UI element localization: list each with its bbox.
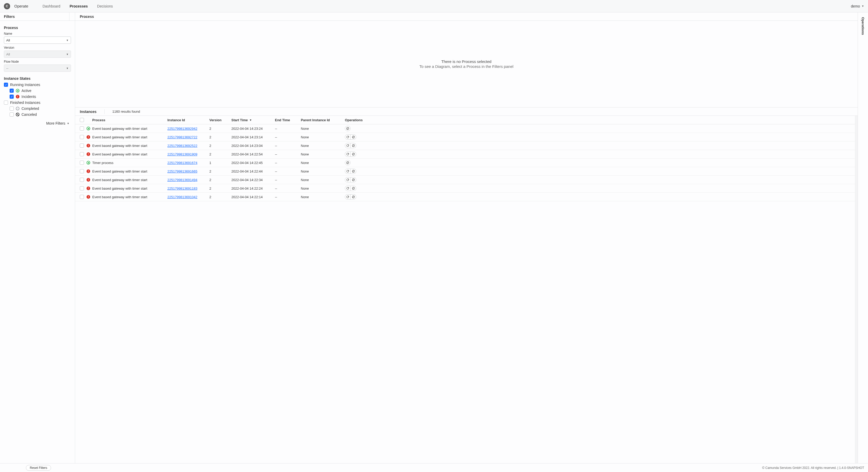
retry-button[interactable] xyxy=(345,134,350,139)
row-checkbox[interactable] xyxy=(80,161,84,165)
cell-start-time: 2022-04-04 14:22:14 xyxy=(231,195,275,199)
chevron-down-icon: ▼ xyxy=(66,53,69,56)
col-header-instance-id[interactable]: Instance Id xyxy=(167,118,209,122)
checkbox-icon[interactable] xyxy=(4,100,8,105)
cell-parent: None xyxy=(301,178,345,182)
nav-processes[interactable]: Processes xyxy=(70,4,88,8)
active-filter[interactable]: Active xyxy=(9,89,71,93)
cell-parent: None xyxy=(301,169,345,173)
cancel-button[interactable] xyxy=(350,186,356,191)
table-row: Event based gateway with timer start2251… xyxy=(75,176,858,184)
cell-start-time: 2022-04-04 14:23:14 xyxy=(231,135,275,139)
cell-end-time: -- xyxy=(275,169,301,173)
brand-name[interactable]: Operate xyxy=(14,4,28,8)
cell-end-time: -- xyxy=(275,195,301,199)
retry-button[interactable] xyxy=(345,194,350,199)
cell-operations xyxy=(345,126,370,131)
divider xyxy=(104,109,105,114)
retry-button[interactable] xyxy=(345,169,350,174)
completed-filter[interactable]: Completed xyxy=(9,106,71,111)
finished-instances-filter[interactable]: Finished Instances xyxy=(4,100,71,105)
collapse-sidebar-button[interactable] xyxy=(69,12,75,21)
cell-start-time: 2022-04-04 14:22:45 xyxy=(231,161,275,165)
retry-button[interactable] xyxy=(345,186,350,191)
cell-process: Event based gateway with timer start xyxy=(92,178,167,182)
row-checkbox[interactable] xyxy=(80,169,84,173)
instance-id-link[interactable]: 2251799813691665 xyxy=(167,169,197,173)
row-checkbox[interactable] xyxy=(80,144,84,148)
instance-id-link[interactable]: 2251799813691183 xyxy=(167,187,197,190)
table-row: Event based gateway with timer start2251… xyxy=(75,184,858,193)
checkbox-icon[interactable] xyxy=(9,113,14,117)
checkbox-icon[interactable] xyxy=(9,106,14,111)
instance-id-link[interactable]: 2251799813691042 xyxy=(167,195,197,199)
version-select: All ▼ xyxy=(4,51,71,58)
cancel-button[interactable] xyxy=(350,169,356,174)
instance-id-link[interactable]: 2251799813692522 xyxy=(167,144,197,148)
cancel-button[interactable] xyxy=(350,194,356,199)
cancel-button[interactable] xyxy=(350,177,356,182)
instance-id-link[interactable]: 2251799813691909 xyxy=(167,152,197,156)
row-checkbox[interactable] xyxy=(80,178,84,182)
running-instances-filter[interactable]: Running Instances xyxy=(4,83,71,87)
instance-id-link[interactable]: 2251799813691674 xyxy=(167,161,197,165)
table-row: Event based gateway with timer start2251… xyxy=(75,193,858,201)
table-row: Event based gateway with timer start2251… xyxy=(75,133,858,141)
incident-state-icon xyxy=(87,152,90,156)
nav-decisions[interactable]: Decisions xyxy=(97,4,113,8)
active-state-icon xyxy=(16,89,20,93)
checkbox-icon[interactable] xyxy=(4,83,8,87)
footer-copyright: © Camunda Services GmbH 2022. All rights… xyxy=(762,466,864,470)
cell-version: 2 xyxy=(209,195,231,199)
cancel-button[interactable] xyxy=(345,160,350,165)
user-menu[interactable]: demo ▼ xyxy=(851,4,864,8)
operations-rail[interactable]: Operations xyxy=(858,12,868,463)
instance-id-link[interactable]: 2251799813692722 xyxy=(167,135,197,139)
canceled-filter[interactable]: Canceled xyxy=(9,113,71,117)
row-checkbox[interactable] xyxy=(80,195,84,199)
nav-dashboard[interactable]: Dashboard xyxy=(42,4,60,8)
col-header-process[interactable]: Process xyxy=(92,118,167,122)
row-checkbox[interactable] xyxy=(80,135,84,139)
cancel-button[interactable] xyxy=(350,152,356,157)
incident-state-icon xyxy=(87,187,90,190)
table-header: Process Instance Id Version Start Time ▼… xyxy=(75,116,858,124)
col-header-version[interactable]: Version xyxy=(209,118,231,122)
table-row: Event based gateway with timer start2251… xyxy=(75,141,858,150)
cancel-button[interactable] xyxy=(350,143,356,148)
cell-end-time: -- xyxy=(275,187,301,190)
cell-process: Event based gateway with timer start xyxy=(92,187,167,190)
instance-id-link[interactable]: 2251799813692942 xyxy=(167,127,197,131)
col-header-start-time[interactable]: Start Time ▼ xyxy=(231,118,275,122)
cell-process: Event based gateway with timer start xyxy=(92,195,167,199)
col-header-parent[interactable]: Parent Instance Id xyxy=(301,118,345,122)
running-label: Running Instances xyxy=(10,83,40,87)
checkbox-icon[interactable] xyxy=(9,95,14,99)
checkbox-icon[interactable] xyxy=(9,89,14,93)
cell-end-time: -- xyxy=(275,135,301,139)
retry-button[interactable] xyxy=(345,177,350,182)
cancel-button[interactable] xyxy=(345,126,350,131)
brand-logo: C xyxy=(4,3,10,9)
row-checkbox[interactable] xyxy=(80,152,84,156)
col-header-end-time[interactable]: End Time xyxy=(275,118,301,122)
cell-start-time: 2022-04-04 14:22:34 xyxy=(231,178,275,182)
reset-filters-button[interactable]: Reset Filters xyxy=(26,465,51,471)
flownode-select: -- ▼ xyxy=(4,64,71,72)
incident-state-icon xyxy=(87,178,90,182)
row-checkbox[interactable] xyxy=(80,186,84,190)
instance-id-link[interactable]: 2251799813691494 xyxy=(167,178,197,182)
svg-line-7 xyxy=(353,153,354,155)
row-checkbox[interactable] xyxy=(80,126,84,131)
retry-button[interactable] xyxy=(345,143,350,148)
incidents-filter[interactable]: Incidents xyxy=(9,95,71,99)
more-filters-button[interactable]: More Filters ▼ xyxy=(4,121,71,125)
scrollbar[interactable] xyxy=(855,116,858,463)
table-row: Timer process225179981369167412022-04-04… xyxy=(75,159,858,167)
cancel-button[interactable] xyxy=(350,134,356,139)
active-state-icon xyxy=(87,127,90,130)
name-select[interactable]: All ▼ xyxy=(4,36,71,44)
retry-button[interactable] xyxy=(345,152,350,157)
select-all-checkbox[interactable] xyxy=(80,118,84,122)
canceled-state-icon xyxy=(16,113,20,116)
